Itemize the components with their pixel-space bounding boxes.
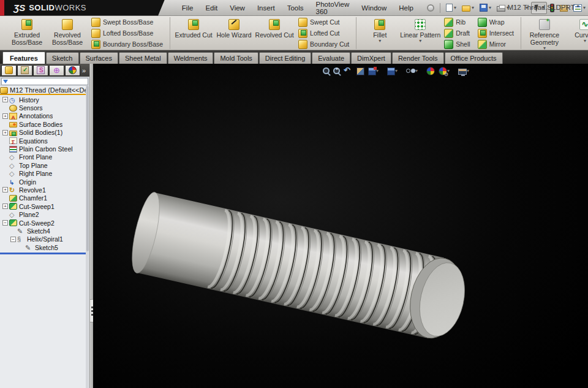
tree-scrollbar[interactable] <box>86 86 89 388</box>
wrap-button[interactable]: Wrap <box>475 17 516 28</box>
graphics-viewport[interactable]: ▾▾▾▾▾ <box>93 64 588 388</box>
apply-scene-button[interactable]: ▾ <box>438 66 450 76</box>
hide-show-items-button[interactable]: ▾ <box>405 66 418 76</box>
intersect-button[interactable]: Intersect <box>475 28 516 39</box>
previous-view-button[interactable] <box>343 66 353 76</box>
collapse-icon[interactable]: − <box>2 220 8 226</box>
draft-button[interactable]: Draft <box>442 28 472 39</box>
revolved-cut-button[interactable]: Revolved Cut <box>254 17 295 49</box>
display-style-button[interactable]: ▾ <box>386 66 398 76</box>
ribbon-stack-1-0: Swept CutLofted CutBoundary Cut <box>295 17 353 49</box>
tree-item-plane2[interactable]: Plane2 <box>0 210 89 218</box>
reference-geometry-button[interactable]: Reference Geometry▾ <box>524 17 565 49</box>
zoom-to-area-button[interactable] <box>333 67 341 75</box>
button-label: Swept Cut <box>310 18 339 26</box>
tree-item-top-plane[interactable]: Top Plane <box>0 161 89 169</box>
tree-item-history[interactable]: +History <box>0 96 89 104</box>
boundary-cut-button[interactable]: Boundary Cut <box>296 39 352 50</box>
shell-button[interactable]: Shell <box>442 39 472 50</box>
tree-item-surface-bodies[interactable]: Surface Bodies <box>0 120 89 128</box>
menu-tools[interactable]: Tools <box>281 2 310 14</box>
feature-manager-icon <box>5 66 13 74</box>
search-pin-button[interactable] <box>424 2 437 13</box>
rib-button[interactable]: Rib <box>442 17 472 28</box>
linear-pattern-button[interactable]: Linear Pattern▾ <box>400 17 440 49</box>
boundary-boss-button[interactable]: Boundary Boss/Base <box>89 39 165 50</box>
tree-filter-input[interactable] <box>1 78 88 85</box>
tree-item-sketch4[interactable]: Sketch4 <box>0 227 89 235</box>
cut-sweep-icon <box>9 219 17 226</box>
dropdown-caret-icon: ▾ <box>379 39 381 43</box>
tab-direct-editing[interactable]: Direct Editing <box>259 52 311 64</box>
tree-item-solid-bodies-1-[interactable]: +Solid Bodies(1) <box>0 129 89 137</box>
tree-item-origin[interactable]: Origin <box>0 178 89 186</box>
extruded-cut-button[interactable]: Extruded Cut <box>173 17 214 49</box>
model-canvas[interactable] <box>93 64 588 388</box>
edit-appearance-button[interactable] <box>426 66 435 76</box>
menu-photoview-360[interactable]: PhotoView 360 <box>310 0 356 18</box>
extruded-boss-button[interactable]: Extruded Boss/Base <box>7 17 47 49</box>
panel-tab-display-manager[interactable] <box>65 65 80 76</box>
revolved-boss-button[interactable]: Revolved Boss/Base <box>47 17 88 49</box>
save-disk-button[interactable]: ▾ <box>477 2 494 13</box>
section-view-button[interactable] <box>356 66 365 76</box>
menu-window[interactable]: Window <box>355 2 393 14</box>
tree-root-item[interactable]: M12 Thread (Default<<Default> <box>0 86 89 95</box>
menu-edit[interactable]: Edit <box>199 2 224 14</box>
panel-tabs-overflow[interactable]: » <box>82 67 88 74</box>
panel-tab-feature-manager[interactable] <box>1 65 17 76</box>
tree-item-front-plane[interactable]: Front Plane <box>0 153 89 161</box>
panel-tab-property-manager[interactable] <box>17 65 32 76</box>
menu-view[interactable]: View <box>224 2 251 14</box>
tree-item-sensors[interactable]: Sensors <box>0 104 89 112</box>
tab-surfaces[interactable]: Surfaces <box>80 52 118 64</box>
collapse-icon[interactable]: − <box>10 237 16 242</box>
tree-item-plain-carbon-steel[interactable]: Plain Carbon Steel <box>0 145 89 153</box>
tab-dimxpert[interactable]: DimXpert <box>351 52 391 64</box>
lofted-cut-button[interactable]: Lofted Cut <box>296 28 352 39</box>
mirror-button[interactable]: Mirror <box>475 39 516 50</box>
rollback-bar[interactable] <box>0 253 89 254</box>
zoom-to-fit-button[interactable] <box>322 67 330 75</box>
curves-button[interactable]: ∿Curves▾ <box>565 17 588 49</box>
hole-wizard-button[interactable]: Hole Wizard <box>214 17 254 49</box>
menu-insert[interactable]: Insert <box>251 2 281 14</box>
expand-icon[interactable]: + <box>2 113 8 119</box>
expand-icon[interactable]: + <box>2 130 8 135</box>
tree-scrollbar-thumb[interactable] <box>86 86 89 251</box>
swept-boss-button[interactable]: Swept Boss/Base <box>89 17 165 28</box>
panel-tab-dimxpert-manager[interactable] <box>49 65 64 76</box>
tab-office-products[interactable]: Office Products <box>445 52 503 64</box>
new-document-button[interactable]: ▾ <box>443 2 459 13</box>
dropdown-caret-icon: ▾ <box>395 68 398 74</box>
expand-icon[interactable]: + <box>2 187 8 192</box>
view-settings-button[interactable]: ▾ <box>458 67 470 75</box>
tree-item-right-plane[interactable]: Right Plane <box>0 170 89 178</box>
menu-file[interactable]: File <box>176 2 200 14</box>
tab-mold-tools[interactable]: Mold Tools <box>214 52 258 64</box>
tree-item-chamfer1[interactable]: Chamfer1 <box>0 194 89 202</box>
tree-item-cut-sweep1[interactable]: +Cut-Sweep1 <box>0 202 89 210</box>
view-orientation-button[interactable]: ▾ <box>368 66 379 76</box>
menu-help[interactable]: Help <box>393 2 420 14</box>
tree-item-equations[interactable]: Equations <box>0 137 89 145</box>
tab-weldments[interactable]: Weldments <box>168 52 214 64</box>
tab-sketch[interactable]: Sketch <box>46 52 79 64</box>
tree-item-helix-spiral1[interactable]: −Helix/Spiral1 <box>0 235 89 243</box>
expand-icon[interactable]: + <box>2 97 8 102</box>
tab-evaluate[interactable]: Evaluate <box>312 52 350 64</box>
tab-render-tools[interactable]: Render Tools <box>392 52 444 64</box>
tree-item-sketch5[interactable]: Sketch5 <box>0 243 89 251</box>
fillet-button[interactable]: Fillet▾ <box>360 17 400 49</box>
tab-sheet-metal[interactable]: Sheet Metal <box>119 52 167 64</box>
tab-features[interactable]: Features <box>2 51 45 64</box>
expand-icon[interactable]: + <box>2 204 8 209</box>
tree-item-revolve1[interactable]: +Revolve1 <box>0 186 89 194</box>
tree-item-annotations[interactable]: +Annotations <box>0 112 89 120</box>
panel-tab-configuration-manager[interactable] <box>33 65 48 76</box>
lofted-boss-button[interactable]: Lofted Boss/Base <box>89 28 165 39</box>
tree-item-cut-sweep2[interactable]: −Cut-Sweep2 <box>0 219 89 227</box>
swept-cut-button[interactable]: Swept Cut <box>296 17 352 28</box>
m12-threaded-rod[interactable] <box>127 190 472 344</box>
open-folder-button[interactable]: ▾ <box>459 2 477 13</box>
